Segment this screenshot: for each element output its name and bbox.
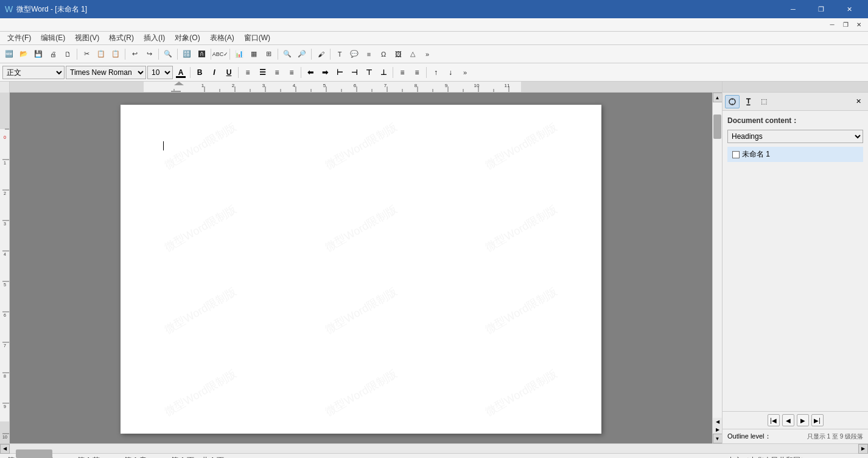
paste-button[interactable]: 📋 <box>109 48 122 61</box>
list-button[interactable]: ≡ <box>396 66 409 79</box>
style-select[interactable]: 正文 标题1 标题2 标题3 <box>3 66 64 79</box>
zoom-in-button[interactable]: 🔍 <box>281 48 294 61</box>
menu-view[interactable]: 视图(V) <box>70 32 104 44</box>
hscroll-left-button[interactable]: ◀ <box>0 444 10 454</box>
horizontal-scrollbar[interactable]: ◀ ▶ <box>0 443 868 453</box>
align-left-button[interactable]: ≡ <box>241 66 254 79</box>
hscroll-right-button[interactable]: ▶ <box>858 444 868 454</box>
chart-button[interactable]: 📊 <box>233 48 246 61</box>
underline-button[interactable]: U <box>222 66 236 79</box>
table-insert-button[interactable]: ⊞ <box>262 48 275 61</box>
comment-button[interactable]: 💬 <box>348 48 361 61</box>
open-button[interactable]: 📂 <box>17 48 30 61</box>
svg-text:4: 4 <box>293 83 296 88</box>
increase-indent-button[interactable]: ↑ <box>429 66 443 79</box>
size-select[interactable]: 89101112 <box>148 66 172 79</box>
svg-text:11: 11 <box>505 83 510 88</box>
preview-button[interactable]: 🗋 <box>61 48 74 61</box>
redo-button[interactable]: ↪ <box>142 48 156 61</box>
format-painter-button[interactable]: 🖌 <box>314 48 327 61</box>
tab3-button[interactable]: ⊤ <box>362 66 376 79</box>
menu-edit[interactable]: 编辑(E) <box>36 32 70 44</box>
image-btn[interactable]: 🖼 <box>391 48 405 61</box>
format-more-btn[interactable]: » <box>458 66 472 79</box>
title-text: 微型Word - [未命名 1] <box>16 4 87 15</box>
scroll-down-button[interactable]: ▼ <box>713 434 723 443</box>
format-sep-3 <box>301 67 301 78</box>
tab-stop-button[interactable]: ⊢ <box>333 66 346 79</box>
panel-close-btn[interactable]: ✕ <box>851 95 866 108</box>
format-sep-2 <box>238 67 239 78</box>
font-select[interactable]: Times New Roman Arial SimSun <box>66 66 145 79</box>
heading-checkbox[interactable] <box>732 151 740 158</box>
ruler-corner[interactable] <box>0 82 10 93</box>
undo-button[interactable]: ↩ <box>128 48 141 61</box>
page-content[interactable] <box>163 141 559 385</box>
table-draw-button[interactable]: ▦ <box>247 48 261 61</box>
zoom-out-button[interactable]: 🔎 <box>295 48 309 61</box>
panel-collapse-btn[interactable]: ◀ <box>715 418 721 426</box>
tab2-button[interactable]: ⊣ <box>348 66 361 79</box>
bold-button[interactable]: B <box>193 66 206 79</box>
minimize-button[interactable]: ─ <box>779 0 807 18</box>
nav-first-button[interactable]: |◀ <box>768 414 780 426</box>
vertical-scrollbar[interactable]: ▲ ◀ ▶ ▼ <box>712 93 722 443</box>
new-button[interactable]: 🆕 <box>2 48 16 61</box>
menu-file[interactable]: 文件(F) <box>2 32 36 44</box>
more-btn[interactable]: » <box>421 48 434 61</box>
heading-item[interactable]: 未命名 1 <box>727 147 863 162</box>
italic-button[interactable]: I <box>208 66 221 79</box>
save-button[interactable]: 💾 <box>32 48 45 61</box>
font-color-button[interactable]: A <box>174 66 187 79</box>
ordered-list-button[interactable]: ≡ <box>410 66 424 79</box>
nav-last-button[interactable]: ▶| <box>811 414 824 426</box>
wordart-button[interactable]: 🅰 <box>195 48 208 61</box>
hscroll-thumb[interactable] <box>16 449 52 458</box>
menu-insert[interactable]: 插入(I) <box>139 32 170 44</box>
tab4-button[interactable]: ⊥ <box>377 66 390 79</box>
scroll-track[interactable] <box>713 102 722 418</box>
align-right-button[interactable]: ≡ <box>270 66 284 79</box>
app-close-button[interactable]: ✕ <box>852 19 866 30</box>
find-button[interactable]: 🔍 <box>161 48 175 61</box>
print-button[interactable]: 🖨 <box>46 48 60 61</box>
nav-prev-button[interactable]: ◀ <box>782 414 794 426</box>
track-changes-button[interactable]: T <box>333 48 346 61</box>
scroll-up-button[interactable]: ▲ <box>713 93 723 102</box>
app-minimize-button[interactable]: ─ <box>825 19 839 30</box>
style-selector[interactable]: 正文 标题1 标题2 标题3 <box>2 66 65 79</box>
scroll-thumb[interactable] <box>713 114 721 139</box>
close-button[interactable]: ✕ <box>835 0 863 18</box>
decrease-indent-button[interactable]: ↓ <box>444 66 457 79</box>
copy-button[interactable]: 📋 <box>94 48 108 61</box>
svg-text:9: 9 <box>445 83 448 88</box>
panel-styles-btn[interactable]: T̲ <box>741 95 755 108</box>
font-selector[interactable]: Times New Roman Arial SimSun <box>66 66 146 79</box>
section-info: 第 1 节 <box>77 456 100 458</box>
panel-navigator-btn[interactable] <box>725 95 740 108</box>
cut-button[interactable]: ✂ <box>80 48 93 61</box>
spell-button[interactable]: ABC✓ <box>214 48 227 61</box>
panel-expand-btn[interactable]: ▶ <box>715 426 721 434</box>
toolbar-sep-1 <box>77 49 77 60</box>
text-button[interactable]: 🔠 <box>180 48 194 61</box>
document-area[interactable]: 微型Word限制版 微型Word限制版 微型Word限制版 微型Word限制版 … <box>10 93 712 443</box>
restore-button[interactable]: ❐ <box>807 0 835 18</box>
headings-select[interactable]: Headings Bookmarks Comments Fields <box>727 130 863 143</box>
language-info: 中文（中华人民共和国） <box>727 456 808 458</box>
indent-left-button[interactable]: ⬅ <box>304 66 317 79</box>
menu-window[interactable]: 窗口(W) <box>239 32 275 44</box>
nav-next-button[interactable]: ▶ <box>797 414 809 426</box>
align-center-button[interactable]: ☰ <box>256 66 269 79</box>
menu-object[interactable]: 对象(O) <box>170 32 205 44</box>
symbols-btn[interactable]: Ω <box>377 48 390 61</box>
menu-table[interactable]: 表格(A) <box>205 32 239 44</box>
panel-clipboard-btn[interactable]: ⬚ <box>757 95 771 108</box>
menu-format[interactable]: 格式(R) <box>104 32 139 44</box>
shape-btn[interactable]: △ <box>406 48 419 61</box>
justify-button[interactable]: ≡ <box>285 66 298 79</box>
indent-right-button[interactable]: ➡ <box>318 66 332 79</box>
section-btn[interactable]: ≡ <box>362 48 376 61</box>
app-restore-button[interactable]: ❐ <box>839 19 852 30</box>
size-selector[interactable]: 89101112 <box>147 66 173 79</box>
